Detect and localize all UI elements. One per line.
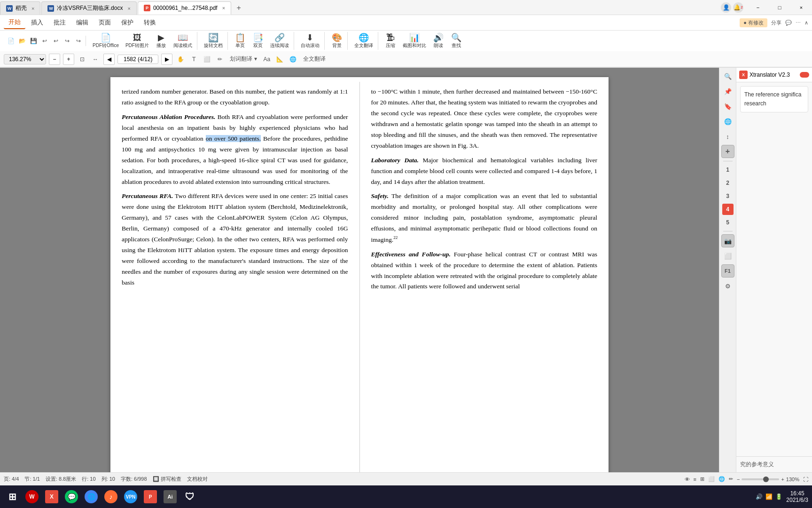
full-translate-text-btn[interactable]: 全文翻译 (301, 55, 328, 63)
rt-num-2[interactable]: 2 (722, 177, 734, 189)
background-btn[interactable]: 🎨 背景 (328, 32, 345, 50)
speaker-icon[interactable]: 🔊 (756, 493, 763, 500)
tab-pdf[interactable]: P 00000961_he...27548.pdf × (138, 1, 231, 15)
taskbar-vpn-icon[interactable]: VPN (122, 488, 139, 505)
taskbar-pdf-icon[interactable]: P (142, 488, 159, 505)
play-btn[interactable]: ▶ 播放 (153, 32, 170, 50)
rt-exchange-btn[interactable]: ↕ (721, 130, 734, 143)
view-split-icon[interactable]: ⬜ (708, 476, 715, 482)
pen-icon[interactable]: ✏ (729, 476, 733, 482)
start-menu-btn[interactable]: ⊞ (4, 488, 21, 505)
taskbar-ai-icon[interactable]: Ai (162, 488, 179, 505)
fit-width-btn[interactable]: ↔ (90, 54, 101, 64)
taskbar-wps-icon[interactable]: W (23, 488, 40, 505)
rotate-btn[interactable]: 🔄 旋转文档 (201, 32, 226, 50)
rt-bookmark-btn[interactable]: 🔖 (721, 100, 734, 113)
screenshot-btn[interactable]: 📊 截图和对比 (400, 32, 429, 50)
ribbon-tab-edit[interactable]: 编辑 (71, 16, 93, 29)
more-icon[interactable]: ⋯ (796, 20, 801, 26)
auto-scroll-btn[interactable]: ⬇ 自动滚动 (298, 32, 322, 50)
tts-btn[interactable]: 🔊 朗读 (430, 32, 447, 50)
double-page-btn[interactable]: 📑 双页 (250, 32, 266, 50)
tab-close-docx[interactable]: × (127, 6, 130, 11)
fullscreen-btn[interactable]: ⛶ (803, 476, 808, 482)
web-icon[interactable]: 🌐 (718, 476, 725, 482)
text-select-btn[interactable]: 𝖳 (188, 54, 199, 64)
zoom-out-btn[interactable]: − (49, 54, 60, 65)
ocr-btn[interactable]: Aa (262, 54, 272, 64)
taskbar-xtranslator-icon[interactable]: X (43, 488, 60, 505)
rt-num-3[interactable]: 3 (722, 190, 734, 202)
fit-page-btn[interactable]: ⊡ (77, 54, 87, 64)
rt-pin-btn[interactable]: 📌 (721, 85, 734, 98)
rt-num-5[interactable]: 5 (722, 217, 734, 228)
rt-translate-btn[interactable]: 🌐 (721, 115, 734, 128)
tab-docx[interactable]: W 冷冻VSRFA三期临床.docx × (41, 1, 136, 15)
network-icon[interactable]: 📶 (765, 493, 773, 500)
compress-btn[interactable]: 🗜 压缩 (382, 32, 399, 50)
hand-tool-btn[interactable]: ✋ (175, 54, 186, 64)
undo-btn[interactable]: ↩ (39, 36, 50, 46)
comment-icon[interactable]: 💬 (785, 20, 792, 26)
tab-shell[interactable]: W 稻壳 × (0, 1, 40, 15)
taskbar-browser-icon[interactable]: 🌐 (83, 488, 100, 505)
zoom-in-btn[interactable]: + (63, 54, 74, 65)
maximize-button[interactable]: □ (769, 0, 790, 15)
rt-f1-btn[interactable]: F1 (721, 264, 734, 278)
redo-btn[interactable]: ↪ (62, 36, 72, 46)
zoom-out-status-btn[interactable]: − (737, 476, 740, 482)
pdf-to-img-btn[interactable]: 🖼 PDF转图片 (123, 32, 152, 50)
eye-icon[interactable]: 👁 (685, 476, 690, 482)
close-button[interactable]: × (790, 0, 812, 15)
zoom-slider[interactable] (742, 478, 779, 480)
continuous-btn[interactable]: 🔗 连续阅读 (267, 32, 292, 50)
ribbon-tab-comment[interactable]: 批注 (49, 16, 70, 29)
next-page-btn[interactable]: ▶ (161, 54, 172, 65)
search-btn[interactable]: 🔍 查找 (448, 32, 465, 50)
new-tab-button[interactable]: + (232, 1, 245, 15)
read-mode-btn[interactable]: 📖 阅读模式 (171, 32, 195, 50)
rt-layers-btn[interactable]: ⬜ (721, 249, 734, 262)
annotate-btn[interactable]: ✏ (215, 54, 225, 64)
zoom-in-status-btn[interactable]: + (781, 476, 784, 482)
word-select-btn[interactable]: 划词翻译 ▾ (228, 55, 258, 63)
view-grid-icon[interactable]: ⊞ (700, 476, 704, 482)
single-page-btn[interactable]: 📋 单页 (232, 32, 249, 50)
save-btn[interactable]: 💾 (28, 36, 39, 46)
rt-camera-btn[interactable]: 📷 (721, 234, 734, 247)
ribbon-tab-start[interactable]: 开始 (4, 16, 25, 29)
ribbon-tab-insert[interactable]: 插入 (26, 16, 48, 29)
new-file-btn[interactable]: 📄 (6, 36, 16, 46)
rt-num-4[interactable]: 4 (722, 204, 734, 215)
xtranslator-toggle[interactable] (800, 72, 809, 78)
rt-zoom-add-btn[interactable]: + (721, 145, 734, 158)
expand-icon[interactable]: ∧ (804, 20, 808, 26)
ribbon-tab-protect[interactable]: 保护 (117, 16, 138, 29)
tab-close-shell[interactable]: × (31, 6, 34, 11)
rt-settings-btn[interactable]: ⚙ (721, 279, 734, 293)
prev-page-btn[interactable]: ◀ (103, 54, 115, 65)
edit-mode-btn[interactable]: ● 有修改 (740, 18, 767, 27)
redo2-btn[interactable]: ↪ (73, 36, 84, 46)
taskbar-music-icon[interactable]: ♪ (102, 488, 119, 505)
pdf-to-office-btn[interactable]: 📄 PDF转Office (90, 32, 122, 50)
account-icon[interactable]: 👤 (721, 2, 731, 13)
taskbar-360-icon[interactable]: 🛡 (181, 488, 198, 505)
tab-close-pdf[interactable]: × (222, 5, 225, 11)
rt-search-btn[interactable]: 🔍 (721, 70, 734, 83)
minimize-button[interactable]: − (747, 0, 769, 15)
full-translate-nav-btn[interactable]: 🌐 (288, 54, 298, 64)
battery-icon[interactable]: 🔋 (775, 493, 782, 500)
full-translate-btn[interactable]: 🌐 全文翻译 (351, 32, 376, 50)
zoom-select[interactable]: 136.27% (4, 54, 46, 64)
view-list-icon[interactable]: ≡ (694, 476, 696, 482)
ribbon-tab-convert[interactable]: 转换 (139, 16, 161, 29)
undo2-btn[interactable]: ↩ (51, 36, 61, 46)
marquee-zoom-btn[interactable]: ⬜ (202, 54, 212, 64)
rt-num-1[interactable]: 1 (722, 164, 734, 175)
open-file-btn[interactable]: 📂 (17, 36, 27, 46)
bell-icon[interactable]: 🔔2 (733, 2, 743, 13)
measure-btn[interactable]: 📐 (275, 54, 285, 64)
taskbar-wechat-icon[interactable]: 💬 (63, 488, 80, 505)
ribbon-tab-page[interactable]: 页面 (94, 16, 116, 29)
